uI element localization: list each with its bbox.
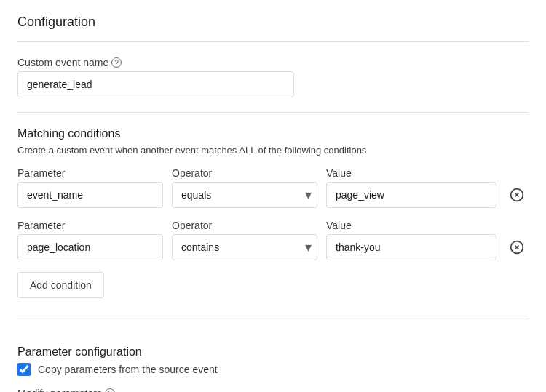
condition-1-remove-icon xyxy=(510,188,524,202)
condition-1-remove-button[interactable] xyxy=(505,183,529,207)
condition-2-value-input[interactable] xyxy=(326,234,496,260)
condition-2-value-label: Value xyxy=(326,220,496,231)
condition-1-value-input[interactable] xyxy=(326,182,496,208)
section-divider-2 xyxy=(17,316,529,316)
condition-1-operator-wrapper: equals contains starts with ends with ▾ xyxy=(172,182,317,208)
condition-2-operator-select[interactable]: equals contains starts with ends with xyxy=(172,234,317,260)
parameter-configuration-section: Parameter configuration Copy parameters … xyxy=(17,331,529,392)
copy-parameters-checkbox[interactable] xyxy=(17,363,31,376)
condition-1-value-label: Value xyxy=(326,167,496,179)
condition-2-parameter-field: Parameter xyxy=(17,220,163,260)
conditions-grid: Parameter Operator equals contains start… xyxy=(17,167,529,260)
custom-event-field-wrapper xyxy=(17,71,294,97)
condition-2-value-field: Value xyxy=(326,220,496,260)
copy-parameters-label: Copy parameters from the source event xyxy=(38,364,218,375)
matching-conditions-section: Matching conditions Create a custom even… xyxy=(17,127,529,298)
condition-2-parameter-label: Parameter xyxy=(17,220,163,231)
modify-parameters-help-icon[interactable]: ? xyxy=(105,388,115,392)
custom-event-help-icon[interactable]: ? xyxy=(111,57,122,68)
condition-1-parameter-field: Parameter xyxy=(17,167,163,208)
matching-conditions-title: Matching conditions xyxy=(17,127,529,140)
condition-1-parameter-input[interactable] xyxy=(17,182,163,208)
condition-1-operator-select[interactable]: equals contains starts with ends with xyxy=(172,182,317,208)
condition-1-value-field: Value xyxy=(326,167,496,208)
condition-1-parameter-label: Parameter xyxy=(17,167,163,179)
condition-2-remove-button[interactable] xyxy=(505,236,529,259)
condition-2-remove-icon xyxy=(510,240,524,255)
condition-2-operator-label: Operator xyxy=(172,220,317,231)
modify-parameters-label: Modify parameters ? xyxy=(17,388,529,392)
copy-parameters-row: Copy parameters from the source event xyxy=(17,363,529,376)
custom-event-section: Custom event name ? xyxy=(17,57,529,97)
section-divider-1 xyxy=(17,112,529,113)
condition-row: Parameter Operator equals contains start… xyxy=(17,220,529,260)
title-divider xyxy=(17,41,529,42)
condition-1-operator-field: Operator equals contains starts with end… xyxy=(172,167,317,208)
parameter-configuration-title: Parameter configuration xyxy=(17,345,529,359)
page-title: Configuration xyxy=(17,15,529,30)
condition-1-operator-label: Operator xyxy=(172,167,317,179)
matching-conditions-description: Create a custom event when another event… xyxy=(17,145,529,156)
custom-event-name-input[interactable] xyxy=(17,71,294,97)
condition-2-operator-wrapper: equals contains starts with ends with ▾ xyxy=(172,234,317,260)
custom-event-label: Custom event name ? xyxy=(17,57,529,68)
condition-2-parameter-input[interactable] xyxy=(17,234,163,260)
add-condition-button[interactable]: Add condition xyxy=(17,272,104,298)
condition-row: Parameter Operator equals contains start… xyxy=(17,167,529,208)
condition-2-operator-field: Operator equals contains starts with end… xyxy=(172,220,317,260)
